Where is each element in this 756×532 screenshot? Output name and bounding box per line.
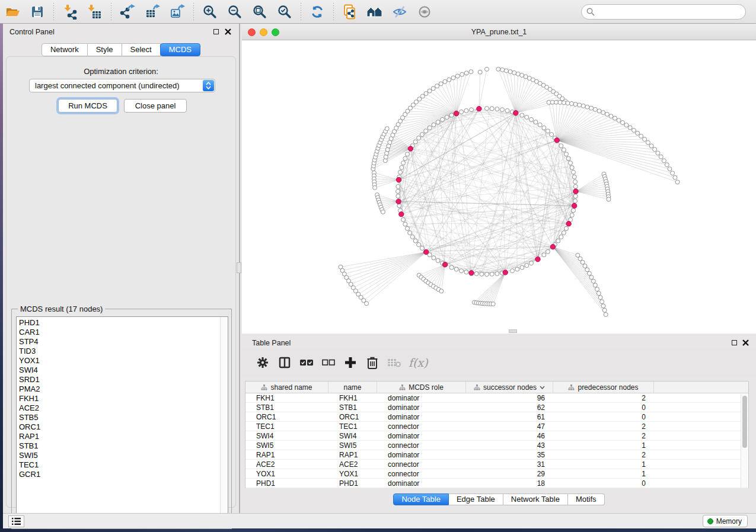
network-node[interactable] [480,272,484,276]
network-edge[interactable] [480,273,505,303]
network-node[interactable] [628,126,632,130]
network-node[interactable] [542,253,546,257]
network-node[interactable] [643,137,647,142]
mcds-result-item[interactable]: SWI5 [17,451,221,460]
network-node[interactable] [525,115,529,119]
network-node[interactable] [604,313,608,317]
network-node[interactable] [525,264,529,268]
network-node[interactable] [441,117,445,121]
network-node[interactable] [562,148,566,152]
network-node[interactable] [432,123,436,127]
network-edge[interactable] [483,273,505,303]
network-node[interactable] [566,222,571,226]
network-edge[interactable] [487,247,553,274]
network-node[interactable] [435,84,439,88]
network-edge[interactable] [356,252,426,291]
zoom-selected-button[interactable] [275,2,295,21]
network-node[interactable] [595,287,599,291]
network-node[interactable] [573,102,578,107]
network-node[interactable] [542,126,546,130]
network-node[interactable] [609,114,613,118]
network-node[interactable] [469,70,473,74]
network-node[interactable] [464,108,468,113]
mcds-result-item[interactable]: STP4 [17,337,221,347]
network-node[interactable] [495,107,499,111]
network-edge[interactable] [426,265,445,281]
network-node[interactable] [624,123,629,127]
network-node[interactable] [598,296,602,300]
network-node[interactable] [675,180,680,184]
network-node[interactable] [673,175,677,180]
network-edge[interactable] [553,247,589,274]
network-edge[interactable] [516,84,540,113]
network-edge[interactable] [410,149,572,168]
network-node[interactable] [447,78,451,82]
column-header-shared-name[interactable]: shared name [245,382,328,393]
mcds-result-item[interactable]: STB1 [17,441,221,451]
network-edge[interactable] [374,180,398,182]
network-edge[interactable] [557,110,595,140]
horizontal-splitter-handle[interactable] [509,329,517,333]
network-edge[interactable] [553,247,599,294]
network-node[interactable] [417,136,421,140]
network-node[interactable] [556,239,560,243]
network-node[interactable] [511,269,515,273]
network-edge[interactable] [553,247,592,278]
network-node[interactable] [515,267,519,271]
network-edge[interactable] [375,180,398,188]
network-node[interactable] [496,67,500,71]
network-edge[interactable] [358,252,426,294]
mcds-result-item[interactable]: SRD1 [17,375,221,384]
network-node[interactable] [424,129,428,133]
close-panel-icon[interactable] [742,339,749,347]
add-row-button[interactable] [342,354,359,371]
network-edge[interactable] [425,247,553,252]
network-node[interactable] [653,148,657,152]
network-node[interactable] [572,170,576,174]
network-node[interactable] [581,104,585,108]
network-node[interactable] [454,267,458,271]
tab-mcds[interactable]: MCDS [160,43,200,56]
network-edge[interactable] [474,273,505,303]
network-node[interactable] [572,175,576,179]
table-row[interactable]: YOX1YOX1connector291 [245,469,748,479]
network-node[interactable] [573,184,578,188]
network-node[interactable] [570,213,574,217]
network-node[interactable] [490,107,494,111]
open-file-button[interactable] [2,2,23,21]
tab-node-table[interactable]: Node Table [393,493,449,505]
mcds-result-item[interactable]: FKH1 [17,394,221,403]
network-node[interactable] [431,86,435,91]
show-all-button[interactable] [414,2,435,21]
network-node[interactable] [593,283,597,287]
column-header-mcds-role[interactable]: MCDS role [377,382,466,393]
network-node[interactable] [478,70,482,74]
network-node[interactable] [596,291,601,296]
network-edge[interactable] [361,252,426,297]
network-node[interactable] [460,110,464,114]
network-node[interactable] [621,121,625,125]
network-node[interactable] [436,258,440,262]
network-node[interactable] [570,101,574,105]
network-edge[interactable] [557,133,637,140]
zoom-fit-button[interactable] [250,2,270,21]
tab-select[interactable]: Select [122,43,161,56]
network-node[interactable] [529,261,534,265]
network-node[interactable] [413,239,417,243]
network-node[interactable] [589,275,594,280]
float-panel-icon[interactable] [213,29,219,34]
network-node[interactable] [668,167,672,171]
network-edge[interactable] [476,273,505,303]
network-node[interactable] [572,203,577,208]
network-edge[interactable] [557,111,599,140]
network-edge[interactable] [487,273,505,304]
network-node[interactable] [410,235,414,239]
table-row[interactable]: ORC1ORC1dominator610 [245,412,748,422]
network-node[interactable] [454,111,459,116]
network-edge[interactable] [479,69,487,109]
network-node[interactable] [417,243,421,247]
network-node[interactable] [396,190,400,194]
network-node[interactable] [562,231,566,235]
network-node[interactable] [520,265,524,270]
network-node[interactable] [432,256,436,260]
